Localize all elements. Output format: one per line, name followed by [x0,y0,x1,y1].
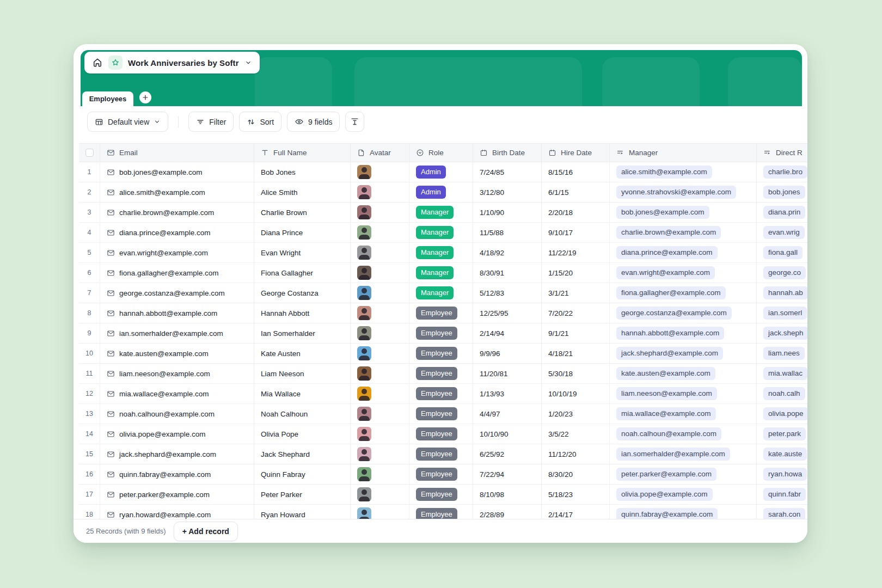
hire-date-cell[interactable]: 5/30/18 [542,364,610,383]
column-header-manager[interactable]: Manager [610,144,757,162]
avatar-cell[interactable] [351,283,409,303]
birth-date-cell[interactable]: 8/10/98 [473,485,542,504]
table-row[interactable]: 1 bob.jones@example.com Bob Jones Admin … [79,162,807,182]
manager-cell[interactable]: quinn.fabray@example.com [610,505,757,519]
row-number-cell[interactable]: 6 [79,263,100,283]
table-row[interactable]: 11 liam.neeson@example.com Liam Neeson E… [79,364,807,384]
table-row[interactable]: 12 mia.wallace@example.com Mia Wallace E… [79,384,807,404]
direct-reports-cell[interactable]: kate.auste [757,444,807,464]
base-title-menu[interactable]: Work Anniversaries by Softr [84,52,260,74]
select-all-checkbox[interactable] [85,149,94,157]
avatar-cell[interactable] [351,182,409,202]
avatar-cell[interactable] [351,464,409,484]
hire-date-cell[interactable]: 10/10/19 [542,384,610,403]
avatar-cell[interactable] [351,203,409,222]
email-cell[interactable]: jack.shephard@example.com [100,444,254,464]
full-name-cell[interactable]: George Costanza [254,283,351,303]
role-cell[interactable]: Employee [409,303,473,323]
manager-cell[interactable]: evan.wright@example.com [610,263,757,283]
row-number-cell[interactable]: 2 [79,182,100,202]
avatar-cell[interactable] [351,384,409,403]
direct-reports-cell[interactable]: ryan.howa [757,464,807,484]
birth-date-cell[interactable]: 12/25/95 [473,303,542,323]
birth-date-cell[interactable]: 7/24/85 [473,162,542,182]
hire-date-cell[interactable]: 3/1/21 [542,283,610,303]
row-number-cell[interactable]: 15 [79,444,100,464]
full-name-cell[interactable]: Peter Parker [254,485,351,504]
direct-reports-cell[interactable]: bob.jones [757,182,807,202]
direct-reports-cell[interactable]: quinn.fabr [757,485,807,504]
role-cell[interactable]: Manager [409,263,473,283]
row-height-button[interactable] [345,112,364,132]
avatar-cell[interactable] [351,243,409,262]
filter-button[interactable]: Filter [188,112,234,132]
birth-date-cell[interactable]: 6/25/92 [473,444,542,464]
row-number-cell[interactable]: 5 [79,243,100,262]
email-cell[interactable]: peter.parker@example.com [100,485,254,504]
row-number-cell[interactable]: 11 [79,364,100,383]
manager-cell[interactable]: kate.austen@example.com [610,364,757,383]
avatar-cell[interactable] [351,364,409,383]
full-name-cell[interactable]: Charlie Brown [254,203,351,222]
birth-date-cell[interactable]: 1/10/90 [473,203,542,222]
row-number-cell[interactable]: 12 [79,384,100,403]
role-cell[interactable]: Employee [409,404,473,424]
role-cell[interactable]: Employee [409,485,473,504]
full-name-cell[interactable]: Ian Somerhalder [254,323,351,343]
table-row[interactable]: 7 george.costanza@example.com George Cos… [79,283,807,303]
direct-reports-cell[interactable]: olivia.pope [757,404,807,424]
avatar-cell[interactable] [351,323,409,343]
manager-cell[interactable]: liam.neeson@example.com [610,384,757,403]
birth-date-cell[interactable]: 7/22/94 [473,464,542,484]
direct-reports-cell[interactable]: sarah.con [757,505,807,519]
hire-date-cell[interactable]: 2/20/18 [542,203,610,222]
full-name-cell[interactable]: Jack Shephard [254,444,351,464]
row-number-cell[interactable]: 1 [79,162,100,182]
column-header-email[interactable]: Email [100,144,254,162]
full-name-cell[interactable]: Noah Calhoun [254,404,351,424]
hire-date-cell[interactable]: 5/18/23 [542,485,610,504]
full-name-cell[interactable]: Evan Wright [254,243,351,262]
email-cell[interactable]: olivia.pope@example.com [100,424,254,444]
row-number-cell[interactable]: 17 [79,485,100,504]
row-number-cell[interactable]: 4 [79,223,100,242]
manager-cell[interactable]: peter.parker@example.com [610,464,757,484]
add-record-button[interactable]: + Add record [174,522,238,541]
email-cell[interactable]: ryan.howard@example.com [100,505,254,519]
role-cell[interactable]: Employee [409,344,473,363]
role-cell[interactable]: Employee [409,505,473,519]
row-number-cell[interactable]: 3 [79,203,100,222]
manager-cell[interactable]: charlie.brown@example.com [610,223,757,242]
birth-date-cell[interactable]: 11/5/88 [473,223,542,242]
email-cell[interactable]: liam.neeson@example.com [100,364,254,383]
hire-date-cell[interactable]: 9/1/21 [542,323,610,343]
hire-date-cell[interactable]: 1/20/23 [542,404,610,424]
hire-date-cell[interactable]: 3/5/22 [542,424,610,444]
avatar-cell[interactable] [351,263,409,283]
table-row[interactable]: 14 olivia.pope@example.com Olivia Pope E… [79,424,807,444]
email-cell[interactable]: kate.austen@example.com [100,344,254,363]
role-cell[interactable]: Employee [409,364,473,383]
birth-date-cell[interactable]: 1/13/93 [473,384,542,403]
table-row[interactable]: 18 ryan.howard@example.com Ryan Howard E… [79,505,807,519]
email-cell[interactable]: hannah.abbott@example.com [100,303,254,323]
row-number-cell[interactable]: 18 [79,505,100,519]
table-row[interactable]: 4 diana.prince@example.com Diana Prince … [79,223,807,243]
hire-date-cell[interactable]: 6/1/15 [542,182,610,202]
table-row[interactable]: 5 evan.wright@example.com Evan Wright Ma… [79,243,807,263]
role-cell[interactable]: Manager [409,203,473,222]
full-name-cell[interactable]: Diana Prince [254,223,351,242]
manager-cell[interactable]: hannah.abbott@example.com [610,323,757,343]
star-icon[interactable] [108,56,122,70]
row-number-cell[interactable]: 14 [79,424,100,444]
role-cell[interactable]: Employee [409,323,473,343]
table-row[interactable]: 2 alice.smith@example.com Alice Smith Ad… [79,182,807,203]
role-cell[interactable]: Employee [409,464,473,484]
direct-reports-cell[interactable]: charlie.bro [757,162,807,182]
add-table-button[interactable] [139,91,151,103]
table-row[interactable]: 8 hannah.abbott@example.com Hannah Abbot… [79,303,807,323]
full-name-cell[interactable]: Quinn Fabray [254,464,351,484]
avatar-cell[interactable] [351,424,409,444]
avatar-cell[interactable] [351,505,409,519]
view-switcher-button[interactable]: Default view [87,112,168,132]
